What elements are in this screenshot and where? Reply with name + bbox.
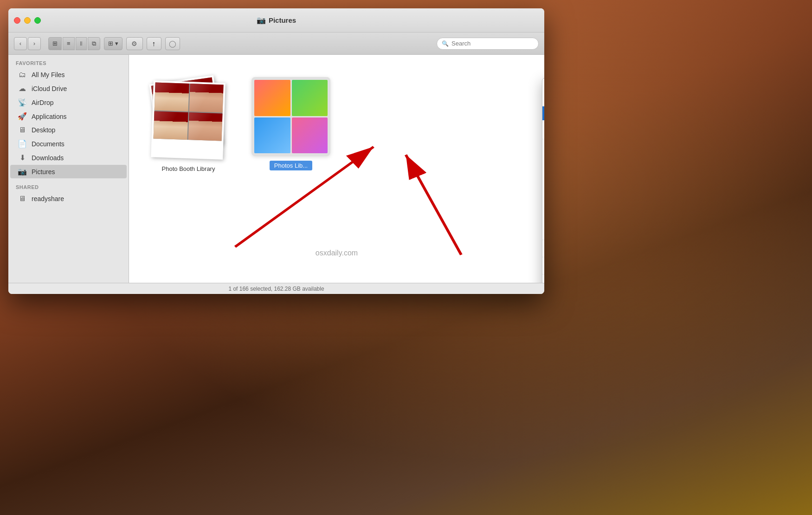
window-title-text: Pictures [269,16,296,24]
action-button[interactable]: ⚙ [126,37,143,50]
file-grid: Photo Booth Library Photos Lib... [129,55,544,195]
menu-item-share[interactable]: Share ▶ [542,224,544,238]
search-input[interactable] [451,40,534,47]
sidebar-item-label: Applications [32,113,67,120]
menu-item-tags[interactable]: Tags... [542,276,544,283]
sidebar-item-readyshare[interactable]: 🖥 readyshare [10,192,127,205]
view-list-button[interactable]: ≡ [63,37,75,50]
menu-item-move-to-trash[interactable]: Move to Tr... [542,124,544,137]
pictures-icon: 📷 [18,167,27,176]
file-label-photo-booth: Photo Booth Library [162,165,215,172]
shared-header: Shared [8,179,129,192]
airdrop-icon: 📡 [18,98,27,107]
menu-item-show-view-options[interactable]: Show View Options [542,259,544,273]
downloads-icon: ⬇ [18,153,27,162]
nav-buttons: ‹ › [14,37,41,50]
sidebar-item-label: iCloud Drive [32,85,67,92]
view-buttons: ⊞ ≡ ⫴ ⧉ [48,37,100,50]
search-icon: 🔍 [442,40,449,47]
applications-icon: 🚀 [18,112,27,121]
menu-separator-2 [542,139,544,139]
window-title: 📷 Pictures [257,16,296,25]
view-grid-button[interactable]: ⊞ [48,37,62,50]
status-bar: 1 of 166 selected, 162.28 GB available [8,283,544,294]
arrange-arrow-icon: ▾ [115,40,118,47]
menu-item-quick-look[interactable]: Quick Look "Photos Library.photoslibrary… [542,210,544,224]
search-box[interactable]: 🔍 [437,38,539,50]
menu-separator-4 [542,257,544,257]
minimize-button[interactable] [24,17,31,24]
arrange-icon: ⊞ [108,40,113,47]
view-coverflow-button[interactable]: ⧉ [88,37,100,50]
documents-icon: 📄 [18,139,27,148]
sidebar-item-label: Pictures [32,168,55,176]
sidebar-item-downloads[interactable]: ⬇ Downloads [10,151,127,164]
menu-item-rename[interactable]: Rename [542,155,544,169]
readyshare-icon: 🖥 [18,195,27,203]
main-content: Favorites 🗂 All My Files ☁ iCloud Drive … [8,55,544,283]
arrange-button[interactable]: ⊞ ▾ [104,37,122,50]
status-text: 1 of 166 selected, 162.28 GB available [228,286,324,292]
toolbar: ‹ › ⊞ ≡ ⫴ ⧉ ⊞ ▾ ⚙ ↑ ◯ 🔍 [8,33,544,55]
sidebar-item-applications[interactable]: 🚀 Applications [10,110,127,123]
sidebar-item-label: All My Files [32,71,65,78]
menu-item-open-with[interactable]: Open With ▶ [542,92,544,106]
view-columns-button[interactable]: ⫴ [76,37,87,50]
sidebar-item-documents[interactable]: 📄 Documents [10,137,127,150]
file-area[interactable]: Photo Booth Library Photos Lib... [129,55,544,283]
menu-item-make-alias[interactable]: Make Alias [542,196,544,210]
sidebar-item-label: AirDrop [32,99,53,106]
menu-item-copy[interactable]: Copy "Photos Library.photoslibrary" [542,241,544,255]
sidebar-item-desktop[interactable]: 🖥 Desktop [10,124,127,137]
sidebar: Favorites 🗂 All My Files ☁ iCloud Drive … [8,55,129,283]
title-bar: 📷 Pictures [8,8,544,33]
sidebar-item-label: Desktop [32,126,55,134]
sidebar-item-airdrop[interactable]: 📡 AirDrop [10,96,127,109]
tag-button[interactable]: ◯ [165,37,180,50]
sidebar-item-icloud-drive[interactable]: ☁ iCloud Drive [10,82,127,95]
file-item-photo-booth-library[interactable]: Photo Booth Library [143,73,234,176]
finder-window: 📷 Pictures ‹ › ⊞ ≡ ⫴ ⧉ ⊞ ▾ ⚙ ↑ ◯ 🔍 [8,8,544,294]
menu-separator-1 [542,122,544,122]
context-menu: Open Open With ▶ Show Package Contents M… [542,78,544,283]
close-button[interactable] [14,17,20,24]
share-button[interactable]: ↑ [147,37,161,50]
menu-item-duplicate[interactable]: Duplicate [542,183,544,196]
sidebar-item-label: Documents [32,140,64,148]
file-item-photos-library[interactable]: Photos Lib... [248,73,334,176]
sidebar-item-label: Downloads [32,154,64,162]
maximize-button[interactable] [34,17,41,24]
sidebar-item-label: readyshare [32,195,64,202]
window-title-icon: 📷 [257,16,266,25]
sidebar-item-all-my-files[interactable]: 🗂 All My Files [10,68,127,81]
traffic-lights [14,17,41,24]
photos-library-badge: Photos Lib... [270,161,312,170]
sidebar-item-pictures[interactable]: 📷 Pictures [10,165,127,178]
desktop-icon: 🖥 [18,126,27,134]
menu-item-show-package-contents[interactable]: Show Package Contents [542,106,544,120]
forward-button[interactable]: › [28,37,41,50]
polaroid-front [151,80,226,159]
back-button[interactable]: ‹ [14,37,27,50]
watermark: osxdaily.com [316,249,358,257]
icloud-drive-icon: ☁ [18,84,27,93]
menu-item-get-info[interactable]: Get Info [542,141,544,155]
favorites-header: Favorites [8,55,129,68]
all-my-files-icon: 🗂 [18,71,27,79]
menu-item-compress[interactable]: Compress "Photos Library.photoslibrary" [542,169,544,183]
menu-separator-3 [542,240,544,240]
menu-item-open[interactable]: Open [542,78,544,92]
menu-separator-5 [542,274,544,274]
share-icon: ↑ [152,39,156,47]
photo-booth-icon [147,77,230,161]
